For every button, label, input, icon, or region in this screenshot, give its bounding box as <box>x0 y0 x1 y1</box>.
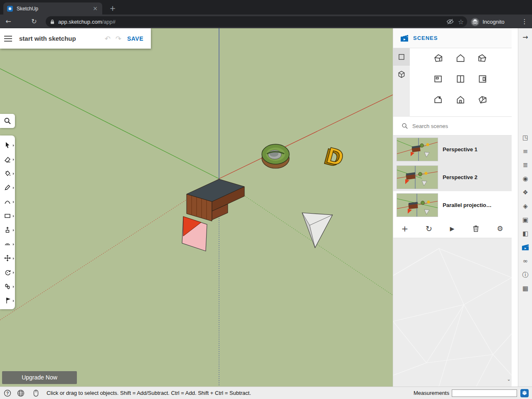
update-scene-button[interactable]: ↻ <box>423 223 435 234</box>
scene-list-item[interactable]: Perspective 2 <box>393 163 512 191</box>
bookmark-star-icon[interactable]: ☆ <box>458 18 464 26</box>
select-tool[interactable] <box>0 138 15 152</box>
styles-icon[interactable]: ◈ <box>520 201 531 212</box>
url-bar[interactable]: app.sketchup.com/app# ☆ <box>46 16 467 27</box>
paint-bucket-tool[interactable] <box>0 166 15 180</box>
panel-empty-area <box>393 238 512 387</box>
screen: SketchUp × + ← ↻ app.sketchup.com/app# ☆… <box>0 0 532 399</box>
standard-view-button[interactable] <box>429 91 447 109</box>
sketchup-logo-icon <box>520 389 529 398</box>
scene-thumbnail[interactable] <box>397 165 438 189</box>
standard-view-button[interactable] <box>451 70 470 88</box>
walk-tool[interactable] <box>0 279 15 293</box>
scenes-icon[interactable] <box>520 242 531 253</box>
isometric-view-mode-button[interactable] <box>393 66 410 83</box>
save-button[interactable]: SAVE <box>127 35 143 42</box>
language-globe-icon[interactable] <box>17 389 25 397</box>
scene-thumbnail[interactable] <box>397 193 438 217</box>
tab-close-icon[interactable]: × <box>91 5 99 12</box>
help-icon[interactable]: ? <box>3 389 12 397</box>
scene-label: Perspective 2 <box>443 174 478 180</box>
scene-settings-button[interactable]: ⚙ <box>494 223 506 234</box>
measurements-input[interactable] <box>452 389 517 397</box>
materials-icon[interactable]: ❖ <box>520 187 531 198</box>
move-tool[interactable] <box>0 251 15 265</box>
sketchup-favicon-icon <box>7 5 13 12</box>
back-icon[interactable]: ← <box>2 16 14 27</box>
tags-icon[interactable]: ◧ <box>520 228 531 239</box>
panel-scrollbar[interactable]: ⌄ <box>506 28 512 387</box>
model-info-icon[interactable]: ⓘ <box>520 269 531 280</box>
reload-icon[interactable]: ↻ <box>28 16 40 27</box>
model-viewport[interactable]: D D <box>0 28 393 387</box>
scene-thumbnail[interactable] <box>397 138 438 161</box>
standard-view-button[interactable] <box>451 49 470 67</box>
line-tool[interactable] <box>0 180 15 195</box>
scenes-panel: SCENES <box>393 28 511 387</box>
incognito-icon <box>470 17 480 27</box>
instructor-icon[interactable]: ≣ <box>520 160 531 170</box>
standard-view-button[interactable] <box>429 70 447 88</box>
entity-info-icon[interactable]: ◳ <box>520 132 531 143</box>
search-sketchup-button[interactable] <box>0 114 15 128</box>
new-tab-button[interactable]: + <box>107 3 118 14</box>
views-icon[interactable]: ▣ <box>520 214 531 225</box>
standard-view-button[interactable] <box>473 70 492 88</box>
push-pull-tool[interactable] <box>0 223 15 237</box>
orthographic-view-mode-button[interactable] <box>393 48 410 66</box>
scene-label: Parallel projectio… <box>443 202 492 208</box>
drawing-toolbar <box>0 135 15 309</box>
upgrade-now-button[interactable]: Upgrade Now <box>2 371 77 384</box>
scene-list-item[interactable]: Perspective 1 <box>393 135 512 163</box>
browser-tab-strip: SketchUp × + <box>0 0 532 15</box>
lock-icon <box>50 19 55 25</box>
arc-tool[interactable] <box>0 195 15 209</box>
standard-view-button[interactable] <box>473 49 492 67</box>
outliner-icon[interactable]: ≡ <box>520 146 531 157</box>
mouse-hints-icon[interactable] <box>32 389 40 397</box>
offset-tool[interactable] <box>0 237 15 251</box>
components-icon[interactable]: ◉ <box>520 173 531 184</box>
view-mode-rail <box>393 48 410 117</box>
menu-icon[interactable] <box>0 28 17 49</box>
url-host: app.sketchup.com <box>58 19 102 25</box>
incognito-badge: Incognito <box>470 16 505 27</box>
url-path: /app# <box>102 19 116 25</box>
scenes-clapper-icon <box>400 34 409 42</box>
browser-menu-icon[interactable]: ⋮ <box>520 17 530 27</box>
redo-icon[interactable]: ↷ <box>113 34 124 43</box>
shapes-tool[interactable] <box>0 209 15 223</box>
collapse-panel-icon[interactable]: → <box>520 32 530 42</box>
soften-edges-icon[interactable]: ∞ <box>520 256 531 266</box>
status-bar: ? Click or drag to select objects. Shift… <box>0 387 532 399</box>
play-animation-button[interactable]: ▶ <box>446 223 458 234</box>
undo-icon[interactable]: ↶ <box>102 34 113 43</box>
add-scene-button[interactable]: + <box>399 223 411 234</box>
scene-search-row <box>393 117 512 135</box>
svg-text:?: ? <box>6 391 9 396</box>
document-header: start with sketchup ↶ ↷ SAVE <box>0 28 151 49</box>
browser-tab[interactable]: SketchUp × <box>3 2 102 15</box>
eraser-tool[interactable] <box>0 152 15 166</box>
history-icon[interactable]: ▦ <box>520 283 531 294</box>
standard-view-button[interactable] <box>473 91 492 109</box>
standard-view-button[interactable] <box>429 49 447 67</box>
scene-search-input[interactable] <box>412 123 495 129</box>
scroll-down-icon[interactable]: ⌄ <box>506 377 512 383</box>
eye-off-icon[interactable] <box>446 19 454 25</box>
position-camera-tool[interactable] <box>0 293 15 308</box>
standard-view-button[interactable] <box>451 91 470 109</box>
scene-label: Perspective 1 <box>443 146 478 153</box>
search-icon <box>4 117 11 125</box>
scene-list-item-selected[interactable]: Parallel projectio… <box>393 191 512 219</box>
scenes-panel-header: SCENES <box>393 28 512 48</box>
status-message: Click or drag to select objects. Shift =… <box>47 387 251 399</box>
panel-icon-strip: → ◳ ≡ ≣ ◉ ❖ ◈ ▣ ◧ ∞ ⓘ ▦ <box>518 28 532 387</box>
model-scene: D D <box>0 28 393 387</box>
rotate-tool[interactable] <box>0 265 15 279</box>
scenes-panel-title: SCENES <box>413 35 438 41</box>
delete-scene-button[interactable] <box>470 223 482 234</box>
search-icon <box>401 123 408 129</box>
tab-title: SketchUp <box>17 6 91 12</box>
scenes-toolbar: + ↻ ▶ ⚙ <box>393 219 512 238</box>
